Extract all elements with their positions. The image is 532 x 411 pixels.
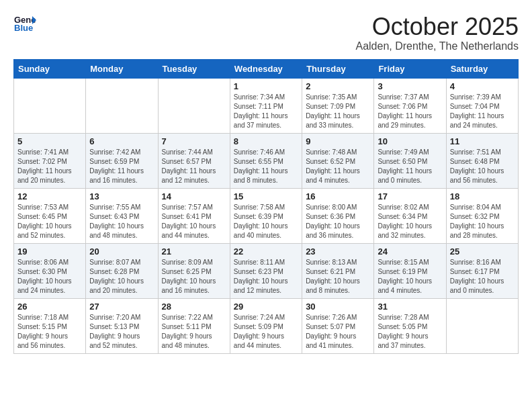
day-info: Sunrise: 7:18 AM Sunset: 5:15 PM Dayligh…: [17, 313, 82, 351]
day-info: Sunrise: 7:22 AM Sunset: 5:11 PM Dayligh…: [162, 313, 226, 351]
day-number: 2: [306, 81, 370, 91]
day-number: 27: [89, 302, 154, 312]
day-number: 29: [234, 302, 298, 312]
calendar-cell: [446, 298, 518, 353]
day-info: Sunrise: 8:07 AM Sunset: 6:28 PM Dayligh…: [89, 258, 154, 295]
day-number: 30: [306, 302, 370, 312]
calendar-cell: 10Sunrise: 7:49 AM Sunset: 6:50 PM Dayli…: [374, 133, 446, 188]
day-info: Sunrise: 7:42 AM Sunset: 6:59 PM Dayligh…: [89, 148, 154, 185]
calendar-cell: 12Sunrise: 7:53 AM Sunset: 6:45 PM Dayli…: [14, 188, 86, 243]
day-number: 13: [89, 191, 154, 201]
calendar-cell: 16Sunrise: 8:00 AM Sunset: 6:36 PM Dayli…: [302, 188, 374, 243]
page-header: General Blue October 2025 Aalden, Drenth…: [13, 13, 519, 52]
weekday-header: Monday: [86, 59, 158, 78]
calendar-cell: [14, 78, 86, 133]
calendar-cell: 27Sunrise: 7:20 AM Sunset: 5:13 PM Dayli…: [86, 298, 158, 353]
calendar-cell: 14Sunrise: 7:57 AM Sunset: 6:41 PM Dayli…: [158, 188, 230, 243]
logo-icon: General Blue: [13, 13, 36, 32]
day-info: Sunrise: 7:24 AM Sunset: 5:09 PM Dayligh…: [234, 313, 298, 351]
day-info: Sunrise: 8:02 AM Sunset: 6:34 PM Dayligh…: [378, 203, 442, 240]
day-number: 23: [306, 246, 370, 257]
day-number: 15: [234, 191, 298, 201]
day-number: 8: [234, 136, 298, 146]
day-number: 31: [378, 302, 442, 312]
day-number: 28: [162, 302, 226, 312]
weekday-header: Friday: [374, 59, 446, 78]
day-number: 16: [306, 191, 370, 201]
calendar-cell: 15Sunrise: 7:58 AM Sunset: 6:39 PM Dayli…: [230, 188, 302, 243]
day-number: 1: [234, 81, 298, 91]
weekday-header: Saturday: [446, 59, 518, 78]
day-info: Sunrise: 7:34 AM Sunset: 7:11 PM Dayligh…: [234, 93, 298, 130]
calendar-table: SundayMondayTuesdayWednesdayThursdayFrid…: [13, 59, 519, 354]
day-info: Sunrise: 8:11 AM Sunset: 6:23 PM Dayligh…: [234, 258, 298, 295]
day-number: 25: [450, 246, 515, 257]
day-info: Sunrise: 7:28 AM Sunset: 5:05 PM Dayligh…: [378, 313, 442, 351]
day-number: 6: [89, 136, 154, 146]
calendar-cell: 9Sunrise: 7:48 AM Sunset: 6:52 PM Daylig…: [302, 133, 374, 188]
day-number: 24: [378, 246, 442, 257]
day-number: 19: [17, 246, 82, 257]
day-info: Sunrise: 7:55 AM Sunset: 6:43 PM Dayligh…: [89, 203, 154, 240]
logo: General Blue: [13, 13, 36, 32]
calendar-cell: 6Sunrise: 7:42 AM Sunset: 6:59 PM Daylig…: [86, 133, 158, 188]
calendar-cell: [158, 78, 230, 133]
day-number: 18: [450, 191, 515, 201]
day-number: 9: [306, 136, 370, 146]
calendar-week-row: 26Sunrise: 7:18 AM Sunset: 5:15 PM Dayli…: [14, 298, 519, 353]
day-number: 11: [450, 136, 515, 146]
calendar-week-row: 19Sunrise: 8:06 AM Sunset: 6:30 PM Dayli…: [14, 243, 519, 298]
calendar-cell: 22Sunrise: 8:11 AM Sunset: 6:23 PM Dayli…: [230, 243, 302, 298]
calendar-cell: 18Sunrise: 8:04 AM Sunset: 6:32 PM Dayli…: [446, 188, 518, 243]
calendar-cell: 31Sunrise: 7:28 AM Sunset: 5:05 PM Dayli…: [374, 298, 446, 353]
day-info: Sunrise: 7:37 AM Sunset: 7:06 PM Dayligh…: [378, 93, 442, 130]
calendar-cell: 3Sunrise: 7:37 AM Sunset: 7:06 PM Daylig…: [374, 78, 446, 133]
calendar-cell: 23Sunrise: 8:13 AM Sunset: 6:21 PM Dayli…: [302, 243, 374, 298]
day-number: 7: [162, 136, 226, 146]
calendar-cell: 4Sunrise: 7:39 AM Sunset: 7:04 PM Daylig…: [446, 78, 518, 133]
day-number: 22: [234, 246, 298, 257]
calendar-cell: 13Sunrise: 7:55 AM Sunset: 6:43 PM Dayli…: [86, 188, 158, 243]
calendar-cell: 19Sunrise: 8:06 AM Sunset: 6:30 PM Dayli…: [14, 243, 86, 298]
day-number: 26: [17, 302, 82, 312]
calendar-cell: 1Sunrise: 7:34 AM Sunset: 7:11 PM Daylig…: [230, 78, 302, 133]
weekday-header: Wednesday: [230, 59, 302, 78]
svg-text:Blue: Blue: [14, 23, 33, 32]
calendar-cell: 28Sunrise: 7:22 AM Sunset: 5:11 PM Dayli…: [158, 298, 230, 353]
day-info: Sunrise: 7:46 AM Sunset: 6:55 PM Dayligh…: [234, 148, 298, 185]
calendar-cell: 7Sunrise: 7:44 AM Sunset: 6:57 PM Daylig…: [158, 133, 230, 188]
day-info: Sunrise: 7:39 AM Sunset: 7:04 PM Dayligh…: [450, 93, 515, 130]
day-info: Sunrise: 7:41 AM Sunset: 7:02 PM Dayligh…: [17, 148, 82, 185]
day-info: Sunrise: 7:49 AM Sunset: 6:50 PM Dayligh…: [378, 148, 442, 185]
day-number: 14: [162, 191, 226, 201]
day-number: 12: [17, 191, 82, 201]
day-info: Sunrise: 8:06 AM Sunset: 6:30 PM Dayligh…: [17, 258, 82, 295]
calendar-cell: 30Sunrise: 7:26 AM Sunset: 5:07 PM Dayli…: [302, 298, 374, 353]
day-info: Sunrise: 7:53 AM Sunset: 6:45 PM Dayligh…: [17, 203, 82, 240]
calendar-week-row: 12Sunrise: 7:53 AM Sunset: 6:45 PM Dayli…: [14, 188, 519, 243]
title-block: October 2025 Aalden, Drenthe, The Nether…: [355, 13, 519, 52]
weekday-header: Thursday: [302, 59, 374, 78]
day-info: Sunrise: 7:48 AM Sunset: 6:52 PM Dayligh…: [306, 148, 370, 185]
calendar-week-row: 5Sunrise: 7:41 AM Sunset: 7:02 PM Daylig…: [14, 133, 519, 188]
calendar-cell: 25Sunrise: 8:16 AM Sunset: 6:17 PM Dayli…: [446, 243, 518, 298]
calendar-cell: 2Sunrise: 7:35 AM Sunset: 7:09 PM Daylig…: [302, 78, 374, 133]
day-number: 3: [378, 81, 442, 91]
calendar-cell: 8Sunrise: 7:46 AM Sunset: 6:55 PM Daylig…: [230, 133, 302, 188]
day-info: Sunrise: 7:20 AM Sunset: 5:13 PM Dayligh…: [89, 313, 154, 351]
calendar-week-row: 1Sunrise: 7:34 AM Sunset: 7:11 PM Daylig…: [14, 78, 519, 133]
day-number: 21: [162, 246, 226, 257]
day-number: 5: [17, 136, 82, 146]
day-number: 4: [450, 81, 515, 91]
calendar-cell: 24Sunrise: 8:15 AM Sunset: 6:19 PM Dayli…: [374, 243, 446, 298]
calendar-cell: 26Sunrise: 7:18 AM Sunset: 5:15 PM Dayli…: [14, 298, 86, 353]
day-info: Sunrise: 7:26 AM Sunset: 5:07 PM Dayligh…: [306, 313, 370, 351]
day-info: Sunrise: 8:00 AM Sunset: 6:36 PM Dayligh…: [306, 203, 370, 240]
day-info: Sunrise: 7:44 AM Sunset: 6:57 PM Dayligh…: [162, 148, 226, 185]
calendar-cell: 17Sunrise: 8:02 AM Sunset: 6:34 PM Dayli…: [374, 188, 446, 243]
month-title: October 2025: [355, 13, 519, 40]
weekday-header: Sunday: [14, 59, 86, 78]
weekday-header-row: SundayMondayTuesdayWednesdayThursdayFrid…: [14, 59, 519, 78]
weekday-header: Tuesday: [158, 59, 230, 78]
day-info: Sunrise: 7:58 AM Sunset: 6:39 PM Dayligh…: [234, 203, 298, 240]
